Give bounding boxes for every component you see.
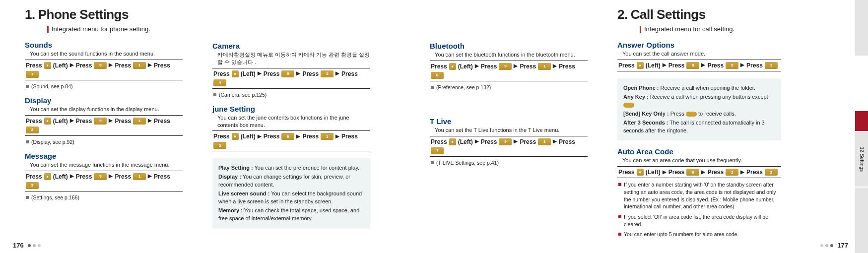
tlive-desc: You can set the T Live functions in the … [435,126,588,134]
key-k1-icon: 1 [133,173,146,180]
page-number-right: 177 [837,242,848,249]
june-keyseq: Press • (Left) ▶ Press 9 ▶ Press 1 ▶ Pre… [212,130,370,151]
bullet-icon [431,86,434,89]
key-k4-icon: 4 [213,79,226,86]
key-k2-icon: 2 [726,62,738,69]
key-k1-icon: 1 [538,63,551,70]
sounds-desc: You can set the sound functions in the s… [30,50,183,58]
key-k1-icon: 1 [321,70,334,77]
message-title: Message [25,152,183,160]
key-k1-icon: 1 [26,71,39,78]
key-k9-icon: 9 [94,173,107,180]
arrow-right-icon: ▶ [335,133,339,139]
key-dot-icon: • [637,169,644,176]
key-k2-icon: 2 [726,169,738,176]
display-note: (Display, see p.92) [26,139,183,145]
arrow-right-icon: ▶ [258,70,262,76]
key-dot-icon: • [44,62,51,69]
key-k1-icon: 1 [133,118,146,125]
key-k9-icon: 9 [281,70,294,77]
answer-title: Answer Options [617,41,781,49]
camera-desc: 카메라환경설정 메뉴로 이동하여 카메라 기능 관련 환경을 설정할 수 있습니… [217,51,370,66]
june-infobox: Play Setting : You can set the preferenc… [212,158,370,229]
subtitle: Integrated menu for call setting. [644,25,734,33]
key-k1-icon: 1 [538,138,551,145]
page-footer: 176 177 [0,242,868,249]
subtitle-row: Integrated menu for call setting. [640,25,781,33]
arrow-right-icon: ▶ [296,133,300,139]
arrow-right-icon: ▶ [148,62,152,67]
bluetooth-keyseq: Press • (Left) ▶ Press 9 ▶ Press 1 ▶ Pre… [430,61,588,81]
arrow-right-icon: ▶ [148,173,152,179]
answer-desc: You can set the call answer mode. [622,50,781,58]
arrow-right-icon: ▶ [514,138,518,144]
key-dot-icon: • [449,63,456,70]
area-note-2: If you select 'Off' in area code list, t… [618,213,781,228]
key-k6-icon: 6 [431,72,444,79]
bluetooth-note: (Preference, see p.132) [431,84,588,90]
key-k5-icon: 5 [213,142,226,149]
bullet-icon [618,215,621,218]
arrow-right-icon: ▶ [475,138,479,144]
key-k7-icon: 7 [431,147,444,154]
key-k1-icon: 1 [321,133,334,140]
column-4: 2. Call Settings Integrated menu for cal… [617,7,781,238]
arrow-right-icon: ▶ [701,62,705,67]
bullet-icon [26,140,29,143]
bullet-icon [26,196,29,199]
bullet-icon [618,183,621,186]
tlive-note: (T LIVE Settings, see p.41) [431,160,588,166]
column-1: 1. Phone Settings Integrated menu for ph… [25,7,183,238]
section-number: 1. [25,7,35,22]
send-key-icon [686,112,697,117]
arrow-right-icon: ▶ [475,63,479,68]
key-k1-icon: 1 [765,62,778,69]
camera-note: (Camera, see p.125) [213,92,370,98]
sounds-keyseq: Press • (Left) ▶ Press 9 ▶ Press 1 ▶ Pre… [25,60,183,80]
area-keyseq: Press • (Left) ▶ Press 9 ▶ Press 2 ▶ Pre… [617,166,781,178]
arrow-right-icon: ▶ [70,118,74,123]
key-k2-icon: 2 [765,169,778,176]
accent-bar-icon [47,26,49,33]
tlive-title: T Live [430,117,588,126]
message-keyseq: Press • (Left) ▶ Press 9 ▶ Press 1 ▶ Pre… [25,171,183,191]
arrow-right-icon: ▶ [740,169,744,175]
sounds-note: (Sound, see p.84) [26,83,183,89]
sounds-title: Sounds [25,41,183,49]
arrow-right-icon: ▶ [663,62,667,67]
subtitle-row: Integrated menu for phone setting. [47,25,183,33]
section-title: Phone Settings [38,7,129,22]
bullet-icon [26,85,29,88]
side-tab: 12 Settings [855,0,868,253]
key-k9-icon: 9 [686,62,699,69]
key-k2-icon: 2 [26,126,39,133]
tlive-keyseq: Press • (Left) ▶ Press 9 ▶ Press 1 ▶ Pre… [430,136,588,157]
accent-bar-icon [640,26,641,33]
key-dot-icon: • [637,62,644,69]
display-keyseq: Press • (Left) ▶ Press 9 ▶ Press 1 ▶ Pre… [25,115,183,136]
camera-keyseq: Press • (Left) ▶ Press 9 ▶ Press 1 ▶ Pre… [212,68,370,89]
arrow-right-icon: ▶ [335,70,339,76]
june-desc: You can set the june contents box functi… [217,114,370,129]
column-2: Camera 카메라환경설정 메뉴로 이동하여 카메라 기능 관련 환경을 설정… [212,7,370,238]
camera-title: Camera [212,42,370,50]
arrow-right-icon: ▶ [70,173,74,179]
arrow-right-icon: ▶ [109,173,113,179]
side-tab-accent [855,111,868,131]
display-desc: You can set the display functions in the… [30,106,183,113]
key-dot-icon: • [232,133,239,140]
arrow-right-icon: ▶ [109,118,113,123]
display-title: Display [25,96,183,105]
bullet-icon [431,161,434,164]
arrow-right-icon: ▶ [514,63,518,68]
area-note-3: You can enter upto 5 numbers for auto ar… [618,231,781,238]
bullet-icon [618,233,621,236]
bluetooth-title: Bluetooth [430,42,588,50]
arrow-right-icon: ▶ [258,133,262,139]
phone-settings-header: 1. Phone Settings [25,7,183,22]
column-3: Bluetooth You can set the bluetooth func… [430,7,588,238]
arrow-right-icon: ▶ [553,63,557,68]
key-k9-icon: 9 [281,133,294,140]
message-desc: You can set the message functions in the… [30,161,183,169]
area-title: Auto Area Code [617,147,781,156]
